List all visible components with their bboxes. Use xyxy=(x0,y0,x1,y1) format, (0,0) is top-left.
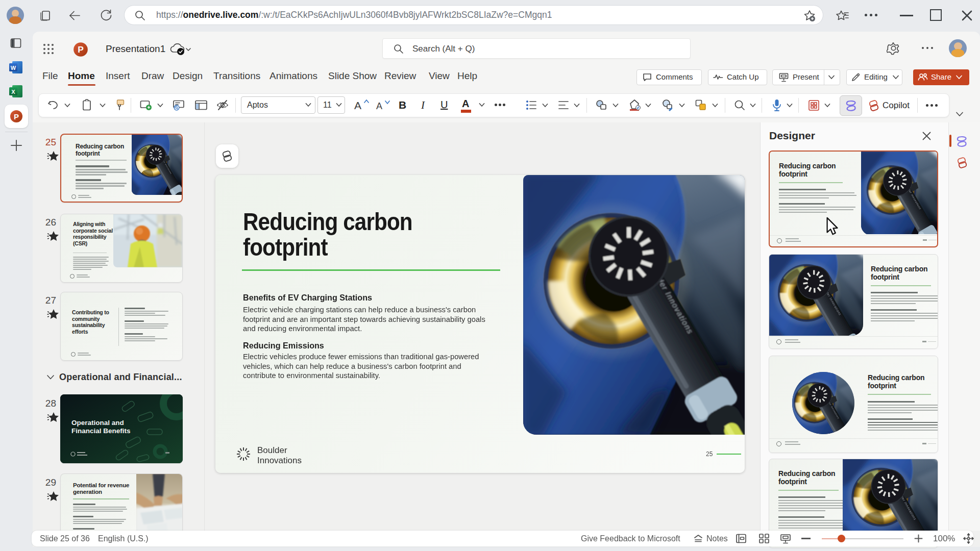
svg-text:W: W xyxy=(11,65,16,71)
svg-text:Operational and: Operational and xyxy=(71,419,124,427)
svg-text:X: X xyxy=(11,89,15,95)
svg-text:P: P xyxy=(78,44,84,55)
svg-text:Financial Benefits: Financial Benefits xyxy=(71,427,131,435)
svg-text:P: P xyxy=(14,112,19,121)
